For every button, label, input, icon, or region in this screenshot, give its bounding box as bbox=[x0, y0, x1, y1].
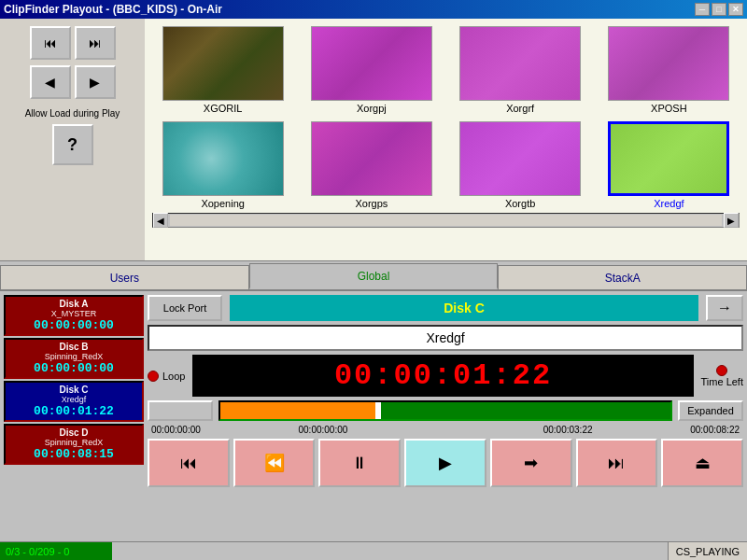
disk-d-panel[interactable]: Disc DSpinning_RedX00:00:08:15 bbox=[4, 424, 144, 465]
disk-b-title: Disc B bbox=[9, 342, 138, 352]
nav-row-1: ⏮ ⏭ bbox=[30, 26, 116, 60]
thumbnail-image-xorgrf bbox=[459, 26, 581, 101]
transport-next-mark-button[interactable]: ➡ bbox=[490, 439, 572, 487]
titlebar-controls: ─ □ ✕ bbox=[695, 3, 743, 16]
thumbnail-label-xorgps: Xorgps bbox=[355, 198, 388, 209]
left-controls: ⏮ ⏭ ◀ ▶ Allow Load during Play ? bbox=[0, 19, 145, 260]
thumbnail-image-xorgps bbox=[311, 121, 432, 196]
main-controls: Lock Port Disk C → Xredgf Loop 00:00:01:… bbox=[148, 295, 743, 538]
fast-forward-button[interactable]: ⏭ bbox=[75, 26, 116, 60]
scroll-right-arrow[interactable]: ▶ bbox=[724, 213, 739, 228]
status-middle bbox=[112, 542, 668, 560]
transport-end-button[interactable]: ⏭ bbox=[576, 439, 658, 487]
thumbnail-item-xopening[interactable]: Xopening bbox=[152, 121, 293, 209]
titlebar: ClipFinder Playout - (BBC_KIDS) - On-Air… bbox=[0, 0, 747, 19]
time-left-label: Time Left bbox=[701, 376, 743, 387]
thumbnail-scrollbar[interactable]: ◀ ▶ bbox=[152, 213, 740, 228]
help-button[interactable]: ? bbox=[52, 124, 93, 165]
disk-c-title: Disk C bbox=[9, 385, 138, 395]
tc-4: 00:00:03:22 bbox=[543, 425, 593, 435]
clip-name-field: Xredgf bbox=[148, 325, 743, 351]
allow-load-text: Allow Load during Play bbox=[25, 108, 120, 119]
disk-c-time: 00:00:01:22 bbox=[9, 404, 138, 418]
progress-row: Expanded bbox=[148, 400, 743, 421]
tc-1: 00:00:00:00 bbox=[151, 425, 201, 435]
time-left-red-dot bbox=[716, 365, 727, 376]
thumbnail-item-xgoril[interactable]: XGORIL bbox=[152, 26, 293, 114]
thumbnail-label-xorgrf: Xorgrf bbox=[506, 103, 534, 114]
forward-button[interactable]: ▶ bbox=[75, 65, 116, 99]
disk-b-time: 00:00:00:00 bbox=[9, 361, 138, 375]
disk-a-subtitle: X_MYSTER bbox=[9, 309, 138, 318]
thumbnail-image-xposh bbox=[608, 26, 729, 101]
status-bar: 0/3 - 0/209 - 0 CS_PLAYING bbox=[0, 541, 747, 560]
close-button[interactable]: ✕ bbox=[728, 3, 743, 16]
status-left: 0/3 - 0/209 - 0 bbox=[0, 542, 112, 560]
time-left-section: Time Left bbox=[701, 365, 743, 387]
transport-step-back-button[interactable]: ⏪ bbox=[233, 439, 316, 487]
progress-fill bbox=[220, 402, 378, 419]
disk-c-label: Disk C bbox=[230, 295, 698, 321]
thumbnail-label-xorgtb: Xorgtb bbox=[505, 198, 535, 209]
transport-pause-button[interactable]: ⏸ bbox=[318, 439, 401, 487]
disk-b-panel[interactable]: Disc BSpinning_RedX00:00:00:00 bbox=[4, 338, 144, 379]
transport-buttons: ⏮⏪⏸▶➡⏭⏏ bbox=[148, 439, 743, 487]
transport-play-button[interactable]: ▶ bbox=[404, 439, 486, 487]
tab-stacka[interactable]: StackA bbox=[498, 265, 747, 289]
thumbnail-item-xredgf[interactable]: Xredgf bbox=[599, 121, 740, 209]
disk-d-time: 00:00:08:15 bbox=[9, 447, 138, 461]
tc-5: 00:00:08:22 bbox=[690, 425, 740, 435]
thumbnail-image-xorgpj bbox=[311, 26, 432, 101]
tab-users[interactable]: Users bbox=[0, 265, 249, 289]
control-top-row: Lock Port Disk C → bbox=[148, 295, 743, 321]
minimize-button[interactable]: ─ bbox=[695, 3, 710, 16]
disk-a-time: 00:00:00:00 bbox=[9, 318, 138, 332]
disk-panels: Disk AX_MYSTER00:00:00:00Disc BSpinning_… bbox=[4, 295, 144, 538]
transport-eject-button[interactable]: ⏏ bbox=[661, 439, 743, 487]
thumbnail-image-xgoril bbox=[162, 26, 284, 101]
loop-red-dot bbox=[148, 371, 159, 382]
thumbnail-label-xorgpj: Xorgpj bbox=[357, 103, 387, 114]
loop-label: Loop bbox=[162, 371, 185, 382]
loop-indicator: Loop bbox=[148, 371, 185, 382]
progress-bar[interactable] bbox=[218, 400, 672, 421]
timecode-display: 00:00:01:22 bbox=[192, 355, 693, 397]
disk-a-panel[interactable]: Disk AX_MYSTER00:00:00:00 bbox=[4, 295, 144, 336]
disk-c-panel[interactable]: Disk CXredgf00:00:01:22 bbox=[4, 381, 144, 422]
thumbnail-item-xposh[interactable]: XPOSH bbox=[599, 26, 740, 114]
timer-row: Loop 00:00:01:22 Time Left bbox=[148, 355, 743, 397]
thumbnail-item-xorgps[interactable]: Xorgps bbox=[301, 121, 442, 209]
disk-b-subtitle: Spinning_RedX bbox=[9, 352, 138, 361]
expanded-button[interactable]: Expanded bbox=[678, 400, 743, 421]
disk-a-title: Disk A bbox=[9, 299, 138, 309]
transport-rewind-all-button[interactable]: ⏮ bbox=[148, 439, 230, 487]
thumbnail-image-xredgf bbox=[608, 121, 729, 196]
scroll-left-arrow[interactable]: ◀ bbox=[153, 213, 168, 228]
title-text: ClipFinder Playout - (BBC_KIDS) - On-Air bbox=[4, 3, 222, 16]
disk-d-title: Disc D bbox=[9, 427, 138, 438]
maximize-button[interactable]: □ bbox=[712, 3, 726, 16]
thumbnail-area: XGORILXorgpjXorgrfXPOSHXopeningXorgpsXor… bbox=[145, 19, 747, 260]
in-out-button[interactable] bbox=[148, 400, 213, 421]
thumbnail-item-xorgpj[interactable]: Xorgpj bbox=[301, 26, 442, 114]
thumbnail-item-xorgrf[interactable]: Xorgrf bbox=[450, 26, 591, 114]
status-right: CS_PLAYING bbox=[668, 542, 747, 560]
top-section: ⏮ ⏭ ◀ ▶ Allow Load during Play ? XGORILX… bbox=[0, 19, 747, 261]
thumbnail-label-xopening: Xopening bbox=[201, 198, 245, 209]
transport-timecodes: 00:00:00:00 00:00:00:00 00:00:03:22 00:0… bbox=[148, 425, 743, 435]
back-button[interactable]: ◀ bbox=[30, 65, 71, 99]
rewind-button[interactable]: ⏮ bbox=[30, 26, 71, 60]
thumbnail-item-xorgtb[interactable]: Xorgtb bbox=[450, 121, 591, 209]
tabs-bar: UsersGlobalStackA bbox=[0, 261, 747, 291]
bottom-section: Disk AX_MYSTER00:00:00:00Disc BSpinning_… bbox=[0, 291, 747, 541]
scrollbar-track[interactable] bbox=[170, 215, 722, 226]
tab-global[interactable]: Global bbox=[249, 263, 499, 289]
progress-marker bbox=[375, 402, 381, 419]
thumbnail-image-xorgtb bbox=[459, 121, 581, 196]
lock-port-button[interactable]: Lock Port bbox=[148, 295, 222, 321]
arrow-right-button[interactable]: → bbox=[706, 295, 743, 321]
nav-row-2: ◀ ▶ bbox=[30, 65, 116, 99]
main-wrapper: ⏮ ⏭ ◀ ▶ Allow Load during Play ? XGORILX… bbox=[0, 19, 747, 560]
disk-c-subtitle: Xredgf bbox=[9, 395, 138, 404]
thumbnail-label-xgoril: XGORIL bbox=[204, 103, 243, 114]
